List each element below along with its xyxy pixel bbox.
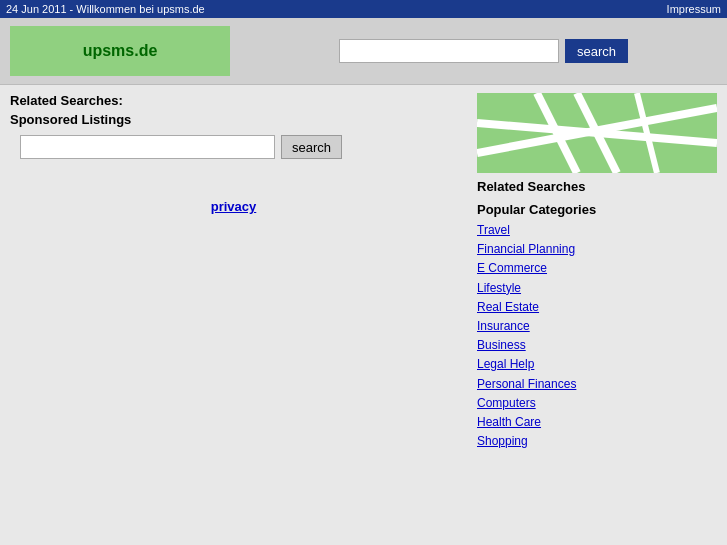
top-bar: 24 Jun 2011 - Willkommen bei upsms.de Im… — [0, 0, 727, 18]
related-searches-right-label: Related Searches — [477, 179, 717, 194]
impressum-link[interactable]: Impressum — [667, 3, 721, 15]
map-image — [477, 93, 717, 173]
sponsored-listings-label: Sponsored Listings — [10, 112, 457, 127]
header-search-input[interactable] — [339, 39, 559, 63]
category-link[interactable]: Real Estate — [477, 298, 717, 317]
category-link[interactable]: Personal Finances — [477, 375, 717, 394]
header-search-button[interactable]: search — [565, 39, 628, 63]
category-link[interactable]: Computers — [477, 394, 717, 413]
right-column: Related Searches Popular Categories Trav… — [467, 85, 727, 459]
category-link[interactable]: E Commerce — [477, 259, 717, 278]
category-link[interactable]: Legal Help — [477, 355, 717, 374]
category-link[interactable]: Travel — [477, 221, 717, 240]
category-link[interactable]: Financial Planning — [477, 240, 717, 259]
popular-categories-label: Popular Categories — [477, 202, 717, 217]
privacy-link[interactable]: privacy — [211, 199, 257, 214]
category-link[interactable]: Shopping — [477, 432, 717, 451]
date-label: 24 Jun 2011 - Willkommen bei upsms.de — [6, 3, 205, 15]
sponsored-search-input[interactable] — [20, 135, 275, 159]
sponsored-search-button[interactable]: search — [281, 135, 342, 159]
logo: upsms.de — [10, 26, 230, 76]
main-content: Related Searches: Sponsored Listings sea… — [0, 85, 727, 459]
header: upsms.de search — [0, 18, 727, 85]
sponsored-search-area: search — [20, 135, 457, 159]
related-searches-label: Related Searches: — [10, 93, 457, 108]
category-link[interactable]: Insurance — [477, 317, 717, 336]
categories-list: TravelFinancial PlanningE CommerceLifest… — [477, 221, 717, 451]
header-search-area: search — [250, 39, 717, 63]
category-link[interactable]: Health Care — [477, 413, 717, 432]
left-column: Related Searches: Sponsored Listings sea… — [0, 85, 467, 459]
footer: privacy — [10, 169, 457, 224]
category-link[interactable]: Lifestyle — [477, 279, 717, 298]
category-link[interactable]: Business — [477, 336, 717, 355]
logo-text: upsms.de — [83, 42, 158, 60]
